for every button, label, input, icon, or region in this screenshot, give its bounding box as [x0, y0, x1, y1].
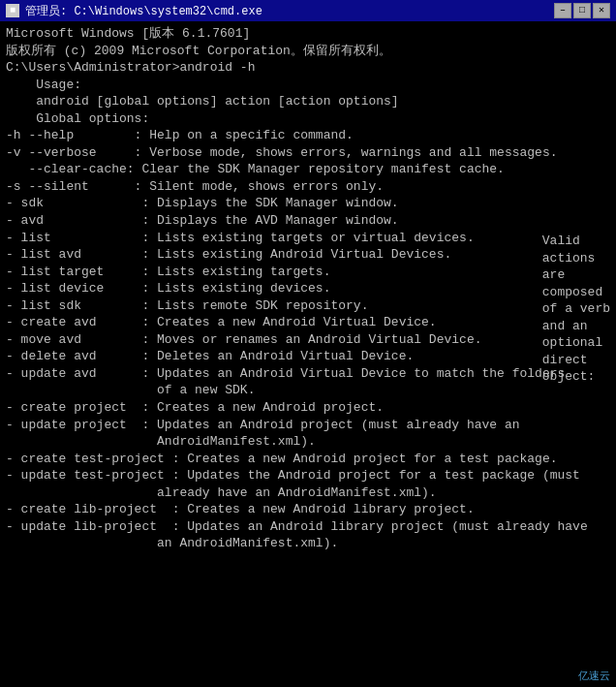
- terminal-line: - list sdk : Lists remote SDK repository…: [6, 297, 610, 315]
- terminal-line: Microsoft Windows [版本 6.1.7601]: [6, 25, 610, 43]
- float-right-text: Valid actions are composed of a verb and…: [542, 233, 610, 386]
- terminal-line: - update avd : Updates an Android Virtua…: [6, 365, 610, 383]
- terminal-line: already have an AndroidManifest.xml).: [6, 484, 610, 502]
- title-bar-buttons: – □ ✕: [554, 3, 610, 18]
- terminal: Microsoft Windows [版本 6.1.7601]版权所有 (c) …: [0, 21, 616, 687]
- terminal-line: an AndroidManifest.xml).: [6, 535, 610, 552]
- maximize-button[interactable]: □: [573, 3, 591, 18]
- terminal-line: - list avd : Lists existing Android Virt…: [6, 246, 610, 264]
- terminal-line: Usage:: [6, 77, 610, 94]
- terminal-line: - create project : Creates a new Android…: [6, 399, 610, 417]
- terminal-line: android [global options] action [action …: [6, 93, 610, 110]
- minimize-button[interactable]: –: [554, 3, 571, 18]
- terminal-line: - list target : Lists existing targets.: [6, 264, 610, 281]
- terminal-line: -h --help : Help on a specific command.: [6, 127, 610, 144]
- terminal-line: C:\Users\Administrator>android -h: [6, 59, 610, 77]
- title-text: 管理员: C:\Windows\system32\cmd.exe: [25, 3, 262, 19]
- watermark: 亿速云: [578, 669, 610, 683]
- terminal-line: - sdk : Displays the SDK Manager window.: [6, 195, 610, 212]
- title-bar: ■ 管理员: C:\Windows\system32\cmd.exe – □ ✕: [0, 0, 616, 21]
- terminal-line: - avd : Displays the AVD Manager window.: [6, 212, 610, 230]
- cmd-icon: ■: [6, 4, 19, 17]
- terminal-line: AndroidManifest.xml).: [6, 433, 610, 451]
- terminal-line: - update lib-project : Updates an Androi…: [6, 518, 610, 536]
- terminal-line: - update project : Updates an Android pr…: [6, 417, 610, 434]
- terminal-line: -v --verbose : Verbose mode, shows error…: [6, 144, 610, 162]
- close-button[interactable]: ✕: [593, 3, 610, 18]
- terminal-line: - create avd : Creates a new Android Vir…: [6, 314, 610, 331]
- terminal-line: of a new SDK.: [6, 382, 610, 399]
- terminal-line: - create test-project : Creates a new An…: [6, 451, 610, 468]
- terminal-line: - create lib-project : Creates a new And…: [6, 501, 610, 518]
- terminal-output: Microsoft Windows [版本 6.1.7601]版权所有 (c) …: [6, 25, 610, 552]
- terminal-line: Global options:: [6, 110, 610, 128]
- terminal-line: 版权所有 (c) 2009 Microsoft Corporation。保留所有…: [6, 43, 610, 60]
- title-bar-left: ■ 管理员: C:\Windows\system32\cmd.exe: [6, 3, 262, 19]
- terminal-line: - list : Lists existing targets or virtu…: [6, 230, 610, 247]
- terminal-line: - update test-project : Updates the Andr…: [6, 467, 610, 484]
- terminal-line: - list device : Lists existing devices.: [6, 280, 610, 297]
- terminal-line: -s --silent : Silent mode, shows errors …: [6, 178, 610, 196]
- terminal-line: - move avd : Moves or renames an Android…: [6, 331, 610, 349]
- terminal-line: - delete avd : Deletes an Android Virtua…: [6, 348, 610, 365]
- terminal-line: --clear-cache: Clear the SDK Manager rep…: [6, 161, 610, 178]
